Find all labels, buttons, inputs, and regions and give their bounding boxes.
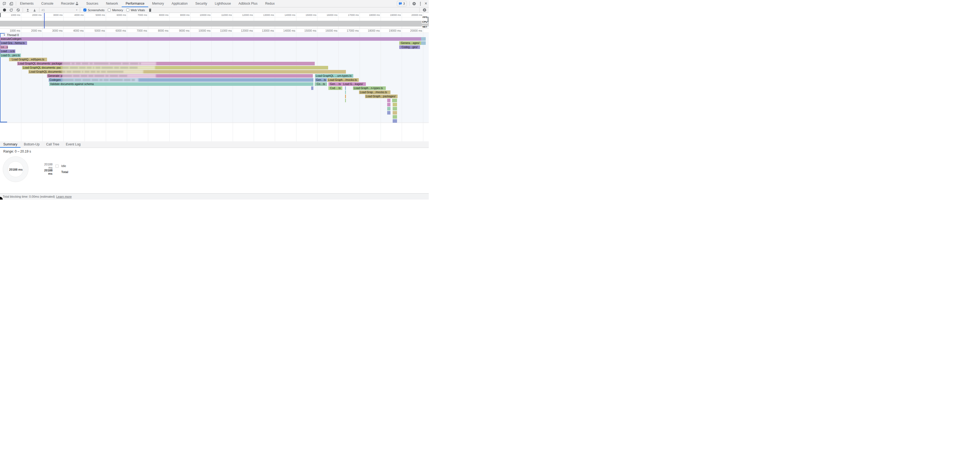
load-profile-icon[interactable] [25,8,30,12]
toolbar-separator [39,8,40,12]
more-options-icon[interactable] [419,2,422,5]
tab-redux[interactable]: Redux [261,0,278,7]
flame-event-block[interactable] [345,86,346,90]
tab-lighthouse[interactable]: Lighthouse [211,0,235,7]
tab-adblock-plus[interactable]: Adblock Plus [235,0,261,7]
trash-icon[interactable] [148,8,152,12]
details-tab-summary[interactable]: Summary [0,141,21,148]
flame-event-block[interactable] [345,95,346,98]
flame-event[interactable]: Codeg…ges/ [399,45,420,49]
tick-label: 2000 ms [21,29,41,32]
memory-checkbox[interactable] [108,8,111,11]
flame-event[interactable]: Load GraphQL documents: pacxxxx xxxxx xx… [22,66,328,70]
tab-application[interactable]: Application [168,0,192,7]
thread-header[interactable]: ▼ Thread 0 [3,33,19,37]
record-button[interactable] [2,8,6,12]
flame-event[interactable]: Genera…ages/ [399,41,421,45]
flame-event[interactable]: Validate documents against schema [49,82,313,86]
flame-event-block[interactable] [387,103,390,106]
flame-event-block[interactable] [345,99,346,102]
flame-event[interactable]: Gen….ts [328,82,342,86]
flame-event-block[interactable] [421,37,426,41]
screenshots-checkbox[interactable]: ✓ [83,8,86,11]
legend-label: Idle [61,164,66,168]
flame-event[interactable]: Load …s.ts [0,49,15,53]
inspect-element-icon[interactable] [2,2,6,6]
thread-label: Thread 0 [7,33,19,37]
flame-event[interactable]: Load G…pes.ts [0,54,21,57]
tick-label: 20000 ms [402,14,422,16]
tab-elements[interactable]: Elements [16,0,37,7]
flame-event-block[interactable] [393,119,397,123]
tab-network[interactable]: Network [102,0,122,7]
flame-event[interactable]: Cod….ts [328,86,342,90]
flame-event[interactable]: Load G…kages/ [342,82,366,86]
flame-event-block[interactable] [387,107,390,110]
tab-sources[interactable]: Sources [82,0,102,7]
capture-settings-gear-icon[interactable] [422,8,426,12]
web-vitals-checkbox[interactable] [126,8,129,11]
flame-chart[interactable]: 1000 ms2000 ms3000 ms4000 ms5000 ms6000 … [0,29,429,141]
flame-event[interactable]: Load Graph…n-types.ts [353,86,386,90]
flame-event-block[interactable] [393,115,397,119]
legend-row-idle: 20188 msIdle [40,164,66,168]
device-toolbar-icon[interactable] [9,2,13,6]
checkbox-group-screenshots[interactable]: ✓Screenshots [83,8,105,12]
flame-event[interactable]: Lo…s [0,45,8,49]
reload-and-record-icon[interactable] [9,8,13,12]
flame-event[interactable]: Load Graph…packages/ [365,95,398,98]
close-devtools-icon[interactable]: × [425,2,427,6]
flame-event-block[interactable] [387,111,390,114]
tick-label: 19000 ms [380,29,401,32]
flame-event-block[interactable] [387,99,390,102]
settings-gear-icon[interactable] [412,2,417,6]
flame-event[interactable]: Load Graph…/mocks.ts [327,78,359,82]
flame-event[interactable]: Codegen:xxxxxxx xxxx xxxxx xxxx xx xxx x… [49,78,313,82]
details-tab-call-tree[interactable]: Call Tree [43,141,63,148]
flame-event-block[interactable] [311,86,313,90]
flame-event-block[interactable] [345,91,346,94]
checkbox-group-web-vitals[interactable]: Web Vitals [126,8,145,12]
tick-label: 8000 ms [148,14,169,16]
flame-event[interactable]: Load GraphQ…ed/types.ts [9,58,47,61]
flame-event[interactable]: Gen…ts [315,78,327,82]
flame-event-block[interactable] [392,99,397,102]
tab-memory[interactable]: Memory [148,0,168,7]
tab-security[interactable]: Security [191,0,211,7]
clear-icon[interactable] [16,8,20,12]
flame-event[interactable]: Co…ts [315,82,327,86]
flame-event-block[interactable] [421,41,426,45]
tick-label: 8000 ms [148,29,169,32]
flame-event[interactable]: executeCodegen [0,37,421,41]
flame-event[interactable]: Load Gra…hema.ts [0,41,27,45]
flame-event[interactable]: Load Grap…/mocks.ts [359,91,390,94]
tab-recorder[interactable]: Recorder [57,0,82,7]
flame-event[interactable]: Generate: pxxxxxx xxxx xxxx xxx xxxxxx x… [47,74,313,78]
flame-event[interactable]: Load GraphQL …urn-types.ts [315,74,353,78]
details-tab-event-log[interactable]: Event Log [63,141,84,148]
learn-more-link[interactable]: Learn more [56,195,72,198]
flame-event[interactable]: Load GraphQL documents:xx xxx xxxxx x xx… [29,70,346,73]
devtools-tabbar: ElementsConsoleRecorderSourcesNetworkPer… [0,0,429,7]
details-tab-bottom-up[interactable]: Bottom-Up [21,141,43,148]
tick-label: 15000 ms [296,29,317,32]
flame-event-block[interactable] [393,111,397,114]
overview-right-handle[interactable] [428,17,428,22]
flame-event-block[interactable] [393,107,397,110]
tick-label: 12000 ms [233,14,253,16]
total-blocking-time-text: Total blocking time: 0.00ms (estimated)L… [3,194,72,200]
flame-event-block[interactable] [393,103,397,106]
checkbox-group-memory[interactable]: Memory [108,8,123,12]
overview-left-handle[interactable] [0,13,1,17]
history-dropdown[interactable]: #1 ▼ [41,8,78,12]
tabbar-separator [409,2,410,6]
tick-label: 11000 ms [212,29,232,32]
issues-badge[interactable]: 3 [397,1,407,6]
tab-performance[interactable]: Performance [122,0,148,7]
legend-value: 20188 ms [40,163,52,169]
redacted-text: xxxxxxx xxxx xxxxx xxxx xx xxx xxxxxxxx … [62,78,138,82]
save-profile-icon[interactable] [32,8,37,12]
timeline-overview[interactable]: 1000 ms2000 ms3000 ms4000 ms5000 ms6000 … [0,13,429,29]
flame-event[interactable]: Load GraphQL documents: packagexxxxx xx … [17,62,315,65]
tab-console[interactable]: Console [37,0,57,7]
